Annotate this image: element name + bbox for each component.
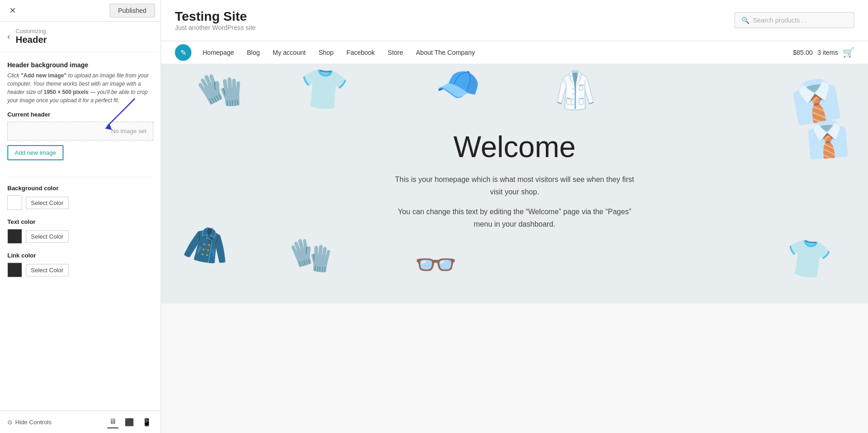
clothing-item-7: 🧤 (288, 234, 335, 278)
bg-color-label: Background color (7, 185, 153, 192)
back-button[interactable]: ‹ (7, 32, 10, 41)
link-color-row: Select Color (7, 263, 153, 277)
tablet-view-button[interactable]: ⬛ (123, 415, 136, 428)
text-select-color-button[interactable]: Select Color (26, 230, 69, 243)
link-color-swatch[interactable] (7, 263, 22, 277)
hide-controls-label: Hide Controls (15, 419, 52, 426)
nav-left: ✎ Homepage Blog My account Shop Facebook… (175, 41, 481, 64)
desktop-icon: 🖥 (109, 417, 116, 425)
panel-header: ‹ Customizing Header (0, 22, 161, 52)
divider-1 (7, 177, 153, 177)
bg-image-section-title: Header background image (7, 61, 153, 69)
bg-select-color-button[interactable]: Select Color (26, 197, 69, 209)
nav-links: Homepage Blog My account Shop Facebook S… (196, 41, 481, 64)
site-title: Testing Site (175, 9, 256, 24)
cart-icon[interactable]: 🛒 (843, 47, 854, 58)
bg-image-desc: Click "Add new image" to upload an image… (7, 71, 153, 105)
nav-link-store[interactable]: Store (381, 41, 409, 64)
nav-link-about[interactable]: About The Company (410, 41, 481, 64)
view-icons: 🖥 ⬛ 📱 (107, 415, 153, 428)
clothing-item-9: 👕 (782, 234, 834, 283)
hero-content: Welcome This is your homepage which is w… (381, 111, 648, 257)
panel-title: Header (16, 35, 47, 45)
search-icon: 🔍 (741, 17, 749, 24)
nav-link-blog[interactable]: Blog (241, 41, 266, 64)
close-button[interactable]: ✕ (6, 4, 20, 18)
clothing-item-2: 👕 (297, 64, 350, 115)
customizing-label: Customizing (16, 28, 47, 35)
site-header: Testing Site Just another WordPress site… (161, 0, 868, 41)
hide-controls-button[interactable]: ⊙ Hide Controls (7, 419, 52, 426)
hero-text1: This is your homepage which is what most… (390, 173, 639, 198)
arrow-container: No image set (7, 122, 153, 140)
nav-link-shop[interactable]: Shop (312, 41, 340, 64)
hide-icon: ⊙ (7, 419, 12, 426)
link-color-section: Link color Select Color (7, 252, 153, 277)
cart-items: 3 items (817, 49, 838, 56)
no-image-text: No image set (111, 128, 146, 135)
text-color-swatch[interactable] (7, 229, 22, 244)
panel-content: Header background image Click "Add new i… (0, 52, 161, 410)
nav-link-homepage[interactable]: Homepage (196, 41, 241, 64)
text-color-row: Select Color (7, 229, 153, 244)
mobile-icon: 📱 (142, 418, 151, 426)
panel-footer: ⊙ Hide Controls 🖥 ⬛ 📱 (0, 410, 161, 433)
bg-color-row: Select Color (7, 195, 153, 210)
pencil-icon: ✎ (180, 48, 186, 57)
nav-link-facebook[interactable]: Facebook (340, 41, 381, 64)
left-panel: ✕ Published ‹ Customizing Header Header … (0, 0, 161, 433)
cart-area: $85.00 3 items 🛒 (793, 47, 854, 58)
text-color-label: Text color (7, 218, 153, 225)
clothing-item-6: 🧥 (181, 220, 234, 270)
edit-pencil-button[interactable]: ✎ (175, 44, 191, 61)
bg-color-swatch[interactable] (7, 195, 22, 210)
clothing-item-10: 👔 (804, 117, 851, 162)
top-bar: ✕ Published (0, 0, 161, 22)
add-image-button[interactable]: Add new image (7, 145, 64, 160)
search-bar[interactable]: 🔍 Search products . . (735, 12, 854, 28)
current-header-label: Current header (7, 111, 153, 118)
search-placeholder: Search products . . (753, 17, 807, 24)
site-nav: ✎ Homepage Blog My account Shop Facebook… (161, 41, 868, 64)
image-placeholder: No image set (7, 122, 153, 140)
site-branding: Testing Site Just another WordPress site (175, 9, 256, 31)
link-color-label: Link color (7, 252, 153, 259)
text-color-section: Text color Select Color (7, 218, 153, 244)
header-label: Customizing Header (16, 28, 47, 45)
clothing-item-3: 🧢 (434, 64, 484, 108)
hero-area: 🧤 👕 🧢 🥼 👔 🧥 🧤 👓 👕 👔 Welcome This is your… (161, 64, 868, 304)
right-preview: Testing Site Just another WordPress site… (161, 0, 868, 433)
hero-title: Welcome (390, 130, 639, 164)
site-tagline: Just another WordPress site (175, 24, 256, 31)
clothing-item-4: 🥼 (552, 69, 598, 112)
hero-text2: You can change this text by editing the … (390, 205, 639, 230)
desktop-view-button[interactable]: 🖥 (107, 415, 118, 428)
bg-color-section: Background color Select Color (7, 185, 153, 210)
cart-price: $85.00 (793, 49, 813, 56)
tablet-icon: ⬛ (125, 418, 134, 426)
link-select-color-button[interactable]: Select Color (26, 264, 69, 276)
clothing-item-1: 🧤 (193, 64, 249, 117)
mobile-view-button[interactable]: 📱 (140, 415, 153, 428)
nav-link-myaccount[interactable]: My account (266, 41, 312, 64)
published-button[interactable]: Published (110, 4, 156, 18)
